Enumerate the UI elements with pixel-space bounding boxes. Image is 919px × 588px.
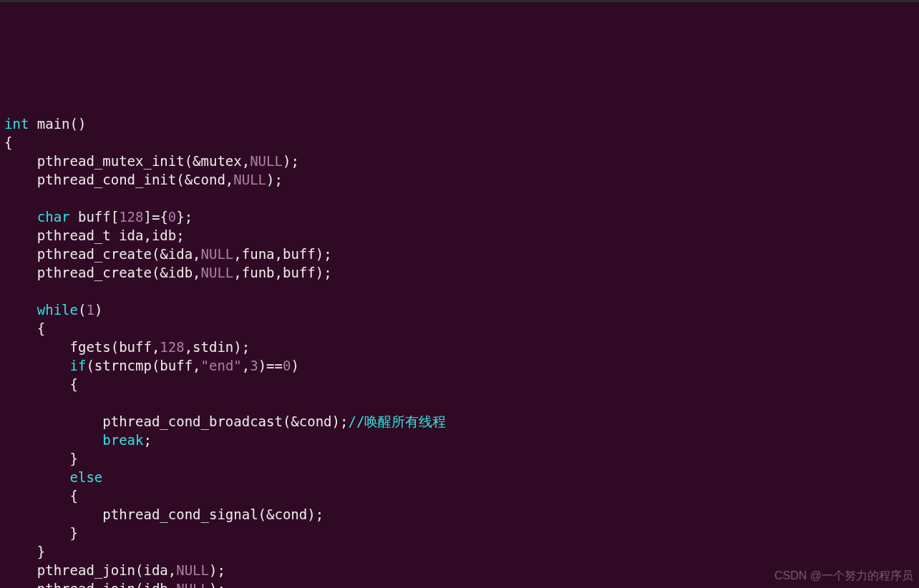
- code-line: pthread_create(&idb,NULL,funb,buff);: [4, 263, 915, 282]
- code-token: pthread_create(&ida,: [4, 246, 201, 262]
- code-token: NULL: [233, 172, 266, 187]
- code-line: if(strncmp(buff,"end",3)==0): [4, 356, 915, 375]
- code-token: ,stdin);: [185, 339, 251, 355]
- code-token: ,: [242, 358, 250, 373]
- code-token: main(): [29, 116, 86, 132]
- code-line: fgets(buff,128,stdin);: [4, 338, 915, 356]
- code-line: break;: [4, 431, 915, 449]
- code-token: );: [266, 172, 283, 187]
- code-line: pthread_t ida,idb;: [4, 226, 915, 245]
- code-line: pthread_create(&ida,NULL,funa,buff);: [4, 245, 915, 263]
- code-token: (strncmp(buff,: [86, 358, 200, 373]
- code-token: );: [209, 562, 225, 578]
- code-token: 0: [168, 209, 176, 225]
- code-token: NULL: [250, 153, 283, 169]
- code-token: 0: [283, 358, 291, 373]
- code-token: }: [4, 525, 78, 541]
- code-line: }: [4, 542, 915, 561]
- code-line: pthread_cond_broadcast(&cond);//唤醒所有线程: [4, 412, 915, 431]
- code-token: {: [4, 488, 78, 504]
- code-line: while(1): [4, 300, 915, 319]
- code-line: }: [4, 449, 915, 468]
- code-token: ;: [143, 432, 151, 448]
- code-token: )==: [258, 358, 283, 373]
- code-line: }: [4, 524, 915, 542]
- code-token: pthread_cond_broadcast(&cond);: [4, 413, 348, 429]
- code-line: char buff[128]={0};: [4, 207, 915, 226]
- code-token: }: [4, 544, 45, 559]
- code-token: "end": [201, 358, 242, 373]
- code-line: int main(): [4, 114, 915, 133]
- code-line: [4, 282, 915, 300]
- code-token: ): [94, 302, 102, 318]
- code-token: pthread_join(idb,: [4, 581, 176, 588]
- code-line: {: [4, 375, 915, 393]
- code-token: ,funa,buff);: [233, 246, 331, 262]
- code-token: pthread_cond_init(&cond,: [4, 172, 233, 187]
- code-line: pthread_cond_init(&cond,NULL);: [4, 170, 915, 189]
- code-token: 3: [250, 358, 258, 373]
- code-token: );: [283, 153, 299, 169]
- code-token: NULL: [176, 562, 209, 578]
- code-token: 128: [119, 209, 143, 225]
- code-line: [4, 189, 915, 207]
- code-token: int: [4, 116, 29, 132]
- code-token: {: [4, 376, 78, 392]
- code-token: [4, 358, 70, 373]
- code-line: else: [4, 468, 915, 486]
- code-token: 128: [160, 339, 184, 355]
- code-token: {: [4, 134, 12, 150]
- code-token: else: [70, 469, 103, 485]
- code-token: //唤醒所有线程: [348, 413, 446, 429]
- code-token: fgets(buff,: [4, 339, 160, 355]
- code-token: NULL: [201, 246, 234, 262]
- code-token: NULL: [176, 581, 209, 588]
- code-token: [4, 432, 102, 448]
- code-token: [4, 469, 70, 485]
- code-line: pthread_mutex_init(&mutex,NULL);: [4, 152, 915, 170]
- code-token: pthread_t ida,idb;: [4, 227, 185, 243]
- code-block: int main(){ pthread_mutex_init(&mutex,NU…: [4, 114, 915, 588]
- code-line: [4, 393, 915, 412]
- code-token: [4, 209, 37, 225]
- watermark-text: CSDN @一个努力的程序员: [774, 567, 913, 585]
- code-token: ,funb,buff);: [233, 265, 331, 280]
- code-line: {: [4, 133, 915, 152]
- code-token: ]={: [144, 209, 168, 225]
- code-token: char: [37, 209, 70, 225]
- code-token: ): [291, 358, 298, 373]
- code-token: };: [176, 209, 193, 225]
- code-token: pthread_cond_signal(&cond);: [4, 506, 324, 522]
- code-token: NULL: [201, 265, 234, 280]
- code-token: {: [4, 320, 45, 336]
- code-token: [4, 302, 37, 318]
- code-token: 1: [86, 302, 94, 318]
- code-token: (: [78, 302, 86, 318]
- code-token: buff[: [70, 209, 120, 225]
- code-token: );: [209, 581, 225, 588]
- code-token: pthread_join(ida,: [4, 562, 176, 578]
- code-line: {: [4, 486, 915, 505]
- window-top-bar: [0, 0, 919, 2]
- code-token: while: [37, 302, 78, 318]
- code-token: pthread_mutex_init(&mutex,: [4, 153, 250, 169]
- code-line: pthread_cond_signal(&cond);: [4, 505, 915, 524]
- code-token: }: [4, 451, 78, 466]
- code-token: pthread_create(&idb,: [4, 265, 201, 280]
- code-token: if: [70, 358, 87, 373]
- code-line: {: [4, 319, 915, 338]
- code-token: break: [102, 432, 143, 448]
